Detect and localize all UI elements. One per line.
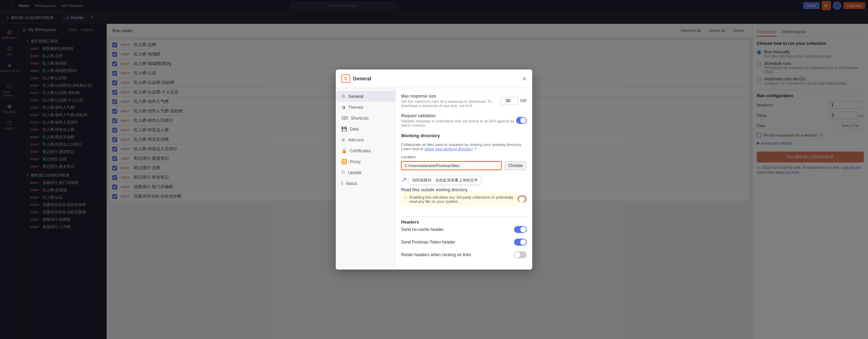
addons-nav-icon: ⊕	[341, 137, 345, 142]
general-nav-icon: ⚙	[341, 94, 346, 99]
location-container: Choose ↙ 找到该路径，在此处添加要上传的文件	[401, 161, 527, 185]
nav-about-label: About	[346, 181, 357, 186]
warning-text: Enabling this will allow any 3rd party c…	[409, 195, 515, 204]
modal-title-area: ⚙ General	[341, 74, 371, 83]
themes-nav-icon: ◑	[341, 105, 345, 110]
location-input[interactable]	[401, 161, 502, 170]
about-nav-icon: ℹ	[341, 181, 343, 186]
request-validation-desc: Validate requests in collections that ar…	[401, 119, 516, 127]
read-files-toggle[interactable]	[518, 195, 527, 202]
annotation-bubble: 找到该路径，在此处添加要上传的文件	[409, 176, 481, 185]
choose-button[interactable]: Choose	[505, 161, 527, 170]
no-cache-row: Send no-cache header	[401, 226, 527, 233]
request-validation-row: Request validation Validate requests in …	[401, 113, 527, 127]
headers-section: Headers Send no-cache header Send Postma…	[401, 216, 527, 258]
nav-item-addons[interactable]: ⊕ Add-ons	[336, 134, 395, 145]
nav-shortcuts-label: Shortcuts	[351, 116, 369, 121]
nav-general-label: General	[348, 94, 363, 99]
nav-item-about[interactable]: ℹ About	[336, 178, 395, 189]
working-dir-section: Working directory Collaborate on files u…	[401, 133, 527, 211]
max-response-value: MB	[501, 97, 527, 105]
nav-certificates-label: Certificates	[350, 148, 371, 153]
modal-close-button[interactable]: ✕	[522, 75, 527, 82]
nav-item-themes[interactable]: ◑ Themes	[336, 102, 395, 113]
retain-headers-row: Retain headers when clicking on links	[401, 251, 527, 258]
max-response-info: Max response size Set the maximum size o…	[401, 94, 501, 108]
update-nav-icon: ↻	[341, 170, 345, 175]
retain-headers-label: Retain headers when clicking on links	[401, 252, 471, 257]
annotation: ↙ 找到该路径，在此处添加要上传的文件	[401, 176, 527, 185]
request-validation-toggle[interactable]	[516, 117, 527, 124]
general-icon: ⚙	[341, 74, 350, 83]
working-dir-link[interactable]: setup your working directory	[425, 147, 473, 151]
max-response-input[interactable]	[501, 97, 518, 105]
nav-item-certificates[interactable]: 🔒 Certificates	[336, 145, 395, 156]
working-dir-arrow: ↗	[474, 147, 477, 151]
headers-title: Headers	[401, 216, 527, 226]
request-validation-info: Request validation Validate requests in …	[401, 113, 516, 127]
no-cache-label: Send no-cache header	[401, 227, 443, 232]
max-response-desc: Set the maximum size of a response to do…	[401, 99, 501, 108]
retain-headers-toggle[interactable]	[514, 251, 527, 258]
annotation-area: ↙ 找到该路径，在此处添加要上传的文件	[401, 176, 527, 185]
nav-proxy-label: Proxy	[350, 159, 361, 164]
max-response-row: Max response size Set the maximum size o…	[401, 94, 527, 108]
read-files-label: Read files outside working directory	[401, 187, 518, 192]
modal-sidebar: ⚙ General ◑ Themes ⌨ Shortcuts 💾 Data ⊕	[336, 88, 395, 270]
nav-item-general[interactable]: ⚙ General	[336, 91, 395, 102]
nav-item-shortcuts[interactable]: ⌨ Shortcuts	[336, 113, 395, 124]
annotation-arrow-icon: ↙	[401, 176, 407, 185]
shortcuts-nav-icon: ⌨	[341, 115, 348, 121]
postman-token-label: Send Postman Token header	[401, 240, 455, 245]
no-cache-toggle[interactable]	[514, 226, 527, 233]
warning-icon: ⚠	[404, 195, 407, 200]
working-dir-desc: Collaborate on files used in requests by…	[401, 142, 527, 151]
read-files-row: Read files outside working directory ⚠ E…	[401, 187, 527, 211]
modal-body: ⚙ General ◑ Themes ⌨ Shortcuts 💾 Data ⊕	[336, 88, 532, 270]
nav-addons-label: Add-ons	[348, 138, 364, 142]
certificates-nav-icon: 🔒	[341, 148, 347, 153]
modal-header: ⚙ General ✕	[336, 69, 532, 88]
max-response-label: Max response size	[401, 94, 501, 99]
nav-themes-label: Themes	[348, 105, 363, 110]
nav-data-label: Data	[350, 127, 359, 132]
nav-item-proxy[interactable]: 🔀 Proxy	[336, 156, 395, 167]
location-label: Location	[401, 155, 527, 159]
request-validation-label: Request validation	[401, 113, 516, 118]
settings-modal: ⚙ General ✕ ⚙ General ◑ Themes ⌨ Shortcu…	[336, 69, 532, 270]
location-row: Choose	[401, 161, 527, 170]
modal-overlay[interactable]: ⚙ General ✕ ⚙ General ◑ Themes ⌨ Shortcu…	[0, 0, 868, 339]
postman-token-toggle[interactable]	[514, 239, 527, 246]
read-files-warning: ⚠ Enabling this will allow any 3rd party…	[401, 192, 518, 206]
working-dir-title: Working directory	[401, 133, 527, 138]
proxy-nav-icon: 🔀	[341, 159, 347, 164]
max-response-unit: MB	[520, 98, 527, 103]
read-files-info: Read files outside working directory ⚠ E…	[401, 187, 518, 211]
postman-token-row: Send Postman Token header	[401, 239, 527, 246]
nav-update-label: Update	[348, 170, 362, 175]
data-nav-icon: 💾	[341, 126, 347, 132]
modal-content: Max response size Set the maximum size o…	[395, 88, 532, 270]
nav-item-update[interactable]: ↻ Update	[336, 167, 395, 178]
modal-title: General	[353, 76, 371, 81]
nav-item-data[interactable]: 💾 Data	[336, 124, 395, 134]
